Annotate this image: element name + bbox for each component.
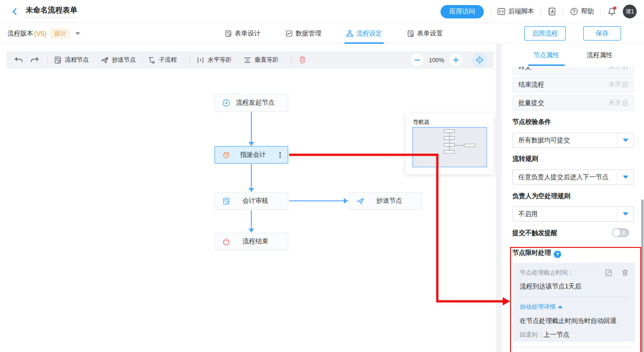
- version-bar: 流程版本 (V5) 设计 表单设计 数据管理 流程: [0, 23, 644, 44]
- validation-select[interactable]: 所有数据均可提交: [512, 133, 634, 148]
- row-label: 批量提交: [518, 99, 544, 107]
- help-button[interactable]: 帮助: [570, 7, 594, 16]
- canvas-panel-divider: [496, 44, 502, 352]
- mini-node: [444, 150, 455, 153]
- paper-plane-icon: [101, 56, 109, 64]
- tab-flow-properties[interactable]: 流程属性: [587, 44, 613, 67]
- auto-handle-details-link[interactable]: 自动处理详情: [520, 303, 629, 311]
- tab-label: 表单设置: [417, 29, 443, 38]
- add-subflow-button[interactable]: 子流程: [148, 56, 177, 64]
- node-menu-icon[interactable]: [276, 152, 284, 158]
- edit-icon[interactable]: [605, 269, 612, 276]
- add-cc-node-button[interactable]: 抄送节点: [101, 56, 136, 64]
- node-label: 流程发起节点: [230, 99, 280, 107]
- select-value: 不启用: [513, 210, 617, 218]
- tab-flow-settings[interactable]: 流程设定: [346, 23, 382, 44]
- deadline-row: 节点处理截止时间：: [520, 269, 629, 277]
- redo-icon[interactable]: [29, 55, 40, 65]
- horizontal-spacing-icon: [197, 56, 204, 64]
- delete-node-icon[interactable]: [298, 56, 307, 64]
- avatar[interactable]: 谭1: [623, 5, 637, 18]
- notification-dot: [613, 6, 616, 10]
- empty-owner-select[interactable]: 不启用: [512, 206, 634, 222]
- row-label: 结束流程: [518, 81, 544, 89]
- zoom-out-button[interactable]: [411, 54, 424, 66]
- flow-settings-icon: [346, 30, 354, 37]
- mini-node: [464, 144, 476, 147]
- subheader-actions: 启用流程 保存: [524, 26, 621, 41]
- form-design-icon: [225, 30, 232, 37]
- main-tabs: 表单设计 数据管理 流程设定 表单设置: [225, 23, 443, 44]
- navigator-minimap[interactable]: [412, 127, 487, 167]
- data-management-icon: [285, 30, 293, 37]
- flow-node-label: 流程节点: [65, 56, 89, 64]
- delete-icon[interactable]: [621, 269, 629, 276]
- auto-action-text: 在节点处理截止时间当时自动回退: [520, 317, 629, 325]
- deadline-value: 流程到达该节点1天后: [520, 282, 629, 291]
- field-label-flow-rule: 流转规则: [512, 155, 538, 163]
- node-end[interactable]: 流程结束: [215, 233, 288, 250]
- notification-bell-icon[interactable]: [607, 7, 616, 16]
- zoom-level: 100%: [429, 57, 444, 64]
- tab-form-settings[interactable]: 表单设置: [407, 23, 443, 44]
- deadline-actions: [605, 269, 629, 276]
- panel-scrollbar[interactable]: [641, 199, 644, 352]
- chevron-down-icon: [617, 207, 633, 221]
- node-accountant-review[interactable]: 会计审核: [215, 192, 288, 210]
- status-badge: 未开启: [609, 99, 628, 107]
- node-label: 抄送节点: [364, 197, 414, 205]
- tab-label: 表单设计: [235, 29, 261, 38]
- field-label-empty-owner: 负责人为空处理规则: [512, 192, 570, 200]
- vertical-spacing-label: 垂直等距: [255, 56, 278, 64]
- back-icon[interactable]: [10, 7, 19, 16]
- row-end-flow[interactable]: 结束流程 未开启: [512, 76, 634, 93]
- add-flow-node-button[interactable]: 流程节点: [54, 56, 89, 64]
- subflow-icon: [148, 56, 156, 64]
- mini-node: [444, 129, 455, 133]
- power-icon: [222, 238, 230, 246]
- panel-tabs: 节点属性 流程属性: [502, 44, 644, 67]
- toggle-knob: [613, 229, 620, 236]
- page-title[interactable]: 未命名流程表单: [26, 6, 77, 18]
- backend-script-button[interactable]: 后端脚本: [497, 7, 534, 16]
- api-reference-icon[interactable]: [547, 7, 557, 16]
- tab-node-properties[interactable]: 节点属性: [534, 44, 559, 67]
- row-batch-submit[interactable]: 批量提交 未开启: [512, 95, 634, 111]
- vertical-spacing-button[interactable]: 垂直等距: [244, 56, 278, 64]
- divider: [563, 8, 563, 15]
- app-access-button[interactable]: 应用访问: [441, 5, 484, 18]
- fallback-label: 回退到：: [520, 331, 544, 338]
- horizontal-spacing-button[interactable]: 水平等距: [197, 56, 232, 64]
- tab-form-design[interactable]: 表单设计: [225, 23, 261, 44]
- chevron-down-icon: [617, 133, 633, 147]
- question-circle-icon: [570, 7, 578, 16]
- alarm-clock-icon: [222, 151, 230, 159]
- node-label: 会计审核: [230, 197, 280, 205]
- mini-connector: [455, 145, 464, 146]
- flow-rule-select[interactable]: 任意负责人提交后进入下一节点: [512, 170, 634, 185]
- enable-flow-button[interactable]: 启用流程: [524, 26, 566, 41]
- backend-script-label: 后端脚本: [508, 7, 534, 16]
- chevron-down-icon[interactable]: [75, 32, 80, 35]
- divider: [291, 56, 292, 64]
- zoom-in-button[interactable]: [450, 54, 462, 66]
- node-cc[interactable]: 抄送节点: [348, 192, 422, 210]
- reminder-toggle[interactable]: 关: [612, 228, 629, 237]
- deadline-title-text: 节点限时处理: [512, 249, 551, 256]
- node-start[interactable]: 流程发起节点: [215, 94, 288, 111]
- toggle-state: 关: [621, 229, 627, 237]
- subflow-label: 子流程: [159, 56, 177, 64]
- save-button[interactable]: 保存: [583, 26, 621, 41]
- divider: [540, 8, 541, 15]
- help-icon[interactable]: ?: [554, 251, 561, 258]
- undo-icon[interactable]: [14, 55, 24, 65]
- version-group: 流程版本 (V5) 设计: [7, 23, 80, 44]
- select-value: 所有数据均可提交: [513, 136, 617, 145]
- status-badge: 未开启: [609, 81, 628, 89]
- node-assign-accountant[interactable]: 指派会计: [215, 146, 288, 164]
- flow-node-icon: [54, 56, 62, 64]
- form-settings-icon: [407, 30, 414, 37]
- tab-data-management[interactable]: 数据管理: [285, 23, 321, 44]
- fit-view-icon[interactable]: [472, 53, 487, 67]
- navigator-title: 导航器: [413, 118, 429, 126]
